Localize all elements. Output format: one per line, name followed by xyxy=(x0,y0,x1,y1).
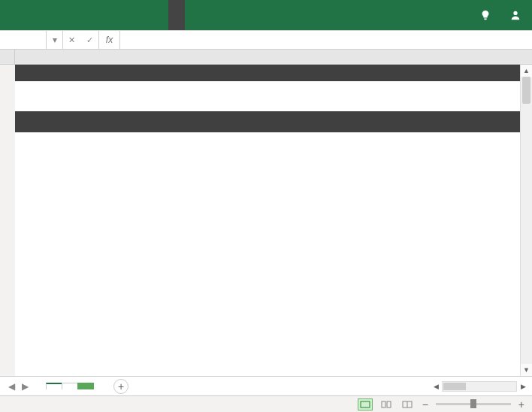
horizontal-scrollbar[interactable] xyxy=(442,381,517,392)
tab-powerpivot[interactable] xyxy=(149,0,165,30)
tab-formula[interactable] xyxy=(66,0,83,30)
row-headers xyxy=(0,65,15,376)
cells[interactable] xyxy=(15,65,532,376)
tab-home[interactable] xyxy=(17,0,33,30)
scroll-thumb[interactable] xyxy=(522,77,530,104)
tab-design[interactable] xyxy=(168,0,185,30)
tab-dev[interactable] xyxy=(132,0,149,30)
name-box[interactable] xyxy=(0,31,47,49)
sheet-tab-3[interactable] xyxy=(77,383,94,389)
scroll-up-icon[interactable]: ▲ xyxy=(521,65,532,77)
enter-icon[interactable]: ✓ xyxy=(86,35,93,45)
hscroll-right-icon[interactable]: ▶ xyxy=(517,380,529,392)
hscroll-left-icon[interactable]: ◀ xyxy=(430,380,442,392)
tab-review[interactable] xyxy=(99,0,116,30)
zoom-out[interactable]: − xyxy=(421,398,430,410)
hscroll-thumb[interactable] xyxy=(443,383,466,390)
grid: ▲ ▼ xyxy=(0,65,532,376)
tab-data[interactable] xyxy=(83,0,99,30)
tab-layout[interactable] xyxy=(50,0,66,30)
scroll-down-icon[interactable]: ▼ xyxy=(521,364,532,376)
tab-nav-prev[interactable]: ◀ xyxy=(5,381,18,392)
formula-bar: ▾ ✕ ✓ fx xyxy=(0,30,532,50)
sheet-tab-1[interactable] xyxy=(46,383,62,389)
svg-rect-2 xyxy=(382,401,385,407)
view-break-icon[interactable] xyxy=(400,398,415,410)
sheet-tabs: ◀ ▶ + ◀ ▶ xyxy=(0,376,532,395)
vertical-scrollbar[interactable]: ▲ ▼ xyxy=(520,65,532,376)
cancel-icon[interactable]: ✕ xyxy=(68,35,75,45)
share-button[interactable] xyxy=(502,0,532,30)
view-page-icon[interactable] xyxy=(379,398,394,410)
person-icon xyxy=(510,10,521,20)
name-box-dropdown[interactable]: ▾ xyxy=(47,31,63,49)
tab-file[interactable] xyxy=(0,0,17,30)
formula-buttons: ✕ ✓ xyxy=(63,31,99,49)
tab-nav-next[interactable]: ▶ xyxy=(18,381,32,392)
tab-view[interactable] xyxy=(116,0,132,30)
tell-me[interactable] xyxy=(472,0,502,30)
dark-row-1 xyxy=(15,65,526,81)
formula-input[interactable] xyxy=(120,31,532,49)
svg-point-0 xyxy=(513,11,517,15)
lightbulb-icon xyxy=(480,10,491,20)
svg-rect-3 xyxy=(387,401,391,407)
zoom-slider-thumb[interactable] xyxy=(470,399,476,408)
zoom-slider[interactable] xyxy=(436,403,511,405)
sheet-tab-2[interactable] xyxy=(62,383,78,389)
zoom-in[interactable]: + xyxy=(517,398,526,410)
add-sheet-button[interactable]: + xyxy=(113,379,128,394)
view-normal-icon[interactable] xyxy=(358,398,373,410)
fx-icon[interactable]: fx xyxy=(99,31,120,49)
ribbon xyxy=(0,0,532,30)
status-bar: − + xyxy=(0,395,532,412)
svg-rect-1 xyxy=(361,401,370,407)
column-headers xyxy=(0,50,532,65)
dark-row-4 xyxy=(15,111,526,132)
select-all-corner[interactable] xyxy=(0,50,15,64)
tab-insert[interactable] xyxy=(33,0,50,30)
